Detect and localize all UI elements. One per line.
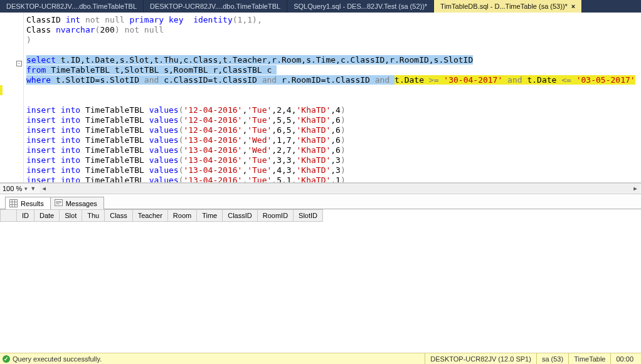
column-header[interactable]: Class [105,210,133,222]
status-user: sa (53) [536,353,568,364]
close-tab-icon[interactable]: × [571,3,575,10]
results-table: IDDateSlotThuClassTeacherRoomTimeClassID… [0,209,323,222]
column-header[interactable]: Room [167,210,196,222]
messages-tab[interactable]: Messages [50,197,104,209]
scroll-left-icon[interactable]: ◄ [40,184,48,193]
document-tab[interactable]: DESKTOP-UCR82JV....dbo.TimeTableTBL [0,0,144,13]
editor-gutter: − [0,13,24,182]
grid-icon [9,199,18,207]
status-time: 00:00 [610,353,638,364]
results-tab[interactable]: Results [5,197,51,209]
column-header[interactable]: ClassID [223,210,258,222]
messages-icon [55,199,63,207]
chevron-down-icon[interactable]: ▾ [24,185,28,192]
sql-editor-pane: − ClassID int not null primary key ident… [0,13,641,183]
zoom-dropdown-icon[interactable]: ▼ [30,185,36,192]
document-tab-bar: DESKTOP-UCR82JV....dbo.TimeTableTBL DESK… [0,0,641,13]
column-header[interactable]: SlotID [294,210,323,222]
row-selector-header[interactable] [1,210,17,222]
messages-tab-label: Messages [66,200,97,207]
zoom-bar: 100 % ▾ ▼ ◄ ► [0,183,641,194]
status-message: Query executed successfully. [13,355,102,363]
code-fold-icon[interactable]: − [16,61,22,66]
results-tab-bar: Results Messages [0,194,641,209]
column-header[interactable]: ID [17,210,34,222]
document-tab[interactable]: SQLQuery1.sql - DES...82JV.Test (sa (52)… [287,0,434,13]
results-header-row: IDDateSlotThuClassTeacherRoomTimeClassID… [1,210,323,222]
results-tab-label: Results [21,200,44,207]
status-database: TimeTable [568,353,610,364]
results-grid[interactable]: IDDateSlotThuClassTeacherRoomTimeClassID… [0,209,641,353]
svg-rect-0 [10,200,18,207]
sql-editor[interactable]: ClassID int not null primary key identit… [24,13,641,182]
scroll-right-icon[interactable]: ► [631,184,640,193]
zoom-level[interactable]: 100 % [3,185,22,192]
success-icon: ✓ [3,355,10,363]
column-header[interactable]: RoomID [257,210,293,222]
horizontal-scrollbar[interactable]: ◄ ► [40,184,640,193]
document-tab-active[interactable]: TimTableDB.sql - D...TimeTable (sa (53))… [434,0,582,13]
column-header[interactable]: Thu [82,210,105,222]
change-marker [0,85,3,95]
document-tab[interactable]: DESKTOP-UCR82JV....dbo.TimeTableTBL [144,0,287,13]
status-server: DESKTOP-UCR82JV (12.0 SP1) [425,353,536,364]
column-header[interactable]: Slot [60,210,82,222]
column-header[interactable]: Time [197,210,223,222]
column-header[interactable]: Date [34,210,60,222]
column-header[interactable]: Teacher [132,210,167,222]
status-bar: ✓ Query executed successfully. DESKTOP-U… [0,353,641,364]
